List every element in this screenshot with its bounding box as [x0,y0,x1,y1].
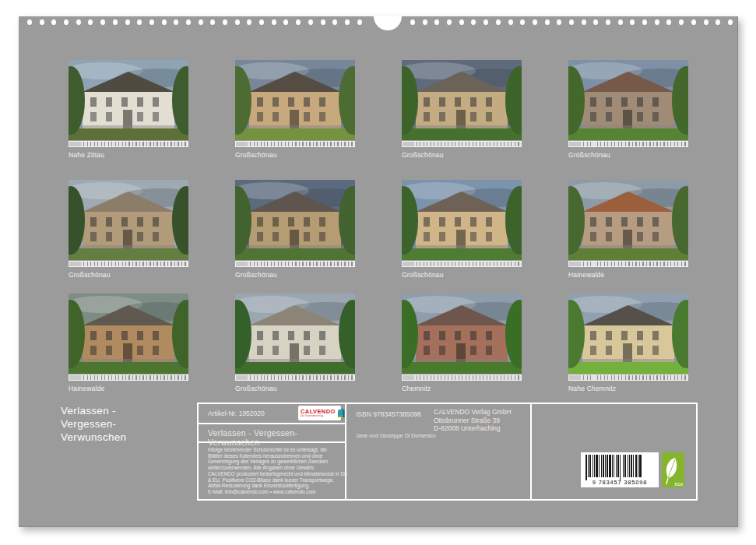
binding-hole [569,19,574,25]
info-box-middle-column: ISBN 9783457385098 CALVENDO Verlag GmbHO… [346,404,532,499]
binding-hole [272,19,276,25]
binding-hole [545,19,550,25]
thumbnail-caption: Großschönau [402,271,522,279]
legal-text: Infolge bestehender Schutzrechte ist es … [199,443,345,499]
binding-hole [447,19,452,25]
binding-hole [247,19,251,25]
month-photo [402,180,522,260]
info-box-left-column: Artikel-Nr. 1952020 CALVENDO Der Kalende… [199,404,346,499]
binding-hole [162,19,167,25]
binding-hole [51,19,56,25]
thumbnail-caption: Großschönau [235,271,355,279]
page-title: Verlassen -Vergessen-Verwunschen [61,404,126,444]
mini-calendar-strip [568,261,688,267]
thumbnail-caption: Großschönau [235,385,355,392]
calvendo-book-icon [337,408,345,418]
product-info-box: Artikel-Nr. 1952020 CALVENDO Der Kalende… [197,403,698,501]
binding-holes-right [410,19,733,25]
mini-calendar-strip [69,374,188,381]
binding-hole [149,19,154,25]
binding-hole [618,19,623,25]
binding-hole [728,19,733,25]
thumbnail-caption: Nahe Zittau [69,151,188,159]
binding-hole [137,19,142,25]
ean-barcode: 9 783457 385098 [581,452,659,487]
binding-hole [88,19,93,25]
calendar-month-thumbnail: Nahe Chemnitz [568,294,688,392]
binding-hole [259,19,264,25]
mini-calendar-strip [235,141,355,147]
binding-hole [679,19,684,25]
calendar-month-thumbnail: Großschönau [402,60,522,159]
isbn: ISBN 9783457385098 [356,410,421,418]
publisher-address: CALVENDO Verlag GmbHOttobrunner Straße 3… [434,408,512,433]
binding-hole [27,19,32,25]
month-photo [69,60,188,140]
binding-hole [704,19,709,25]
binding-hole [76,19,81,25]
thumbnail-caption: Hainewalde [69,385,188,392]
mini-calendar-strip [235,261,355,267]
hanger-notch [374,16,402,30]
binding-hole [459,19,464,25]
article-number: Artikel-Nr. 1952020 [208,410,265,417]
binding-hole [332,19,337,25]
binding-hole [483,19,488,25]
binding-hole [691,19,696,25]
binding-hole [593,19,598,25]
calendar-month-thumbnail: Chemnitz [402,294,522,392]
mini-calendar-strip [568,374,688,381]
month-photo [235,180,355,260]
binding-hole [235,19,240,25]
binding-hole [64,19,69,25]
thumbnail-caption: Chemnitz [402,385,522,392]
binding-hole [186,19,191,25]
thumbnail-caption: Großschönau [402,151,522,159]
binding-hole [642,19,647,25]
binding-hole [471,19,476,25]
calendar-month-thumbnail: Großschönau [235,294,355,392]
binding-hole [283,19,288,25]
thumbnail-caption: Hainewalde [568,271,688,279]
binding-hole [434,19,439,25]
mini-calendar-strip [402,374,522,381]
binding-hole [630,19,635,25]
thumbnail-caption: Großschönau [235,151,355,159]
thumbnail-caption: Großschönau [69,271,188,279]
binding-hole [655,19,659,25]
mini-calendar-strip [568,141,688,147]
binding-hole [308,19,313,25]
calvendo-logo-tagline: Der Kalenderverlag [301,415,336,417]
binding-hole [533,19,537,25]
eco-label: eco [675,481,683,487]
binding-hole [174,19,178,25]
binding-hole [40,19,44,25]
author: Jane und Giuseppe Di Domenico [356,433,436,438]
binding-hole [199,19,203,25]
binding-hole [357,19,362,25]
binding-holes-left [27,19,362,25]
binding-hole [296,19,301,25]
month-photo [69,294,188,374]
month-photo [568,180,688,260]
eco-badge: eco [662,452,684,487]
thumbnail-caption: Nahe Chemnitz [568,385,688,392]
article-number-cell: Artikel-Nr. 1952020 CALVENDO Der Kalende… [199,404,345,424]
binding-hole [410,19,415,25]
binding-hole [606,19,610,25]
barcode-digits: 9 783457 385098 [581,479,659,486]
mini-calendar-strip [402,141,522,147]
month-photo [235,60,355,140]
calendar-month-thumbnail: Großschönau [69,180,188,279]
binding-hole [113,19,118,25]
calendar-month-thumbnail: Großschönau [402,180,522,279]
mini-calendar-strip [69,141,188,147]
mini-calendar-strip [402,261,522,267]
month-photo [568,60,688,140]
binding-hole [496,19,501,25]
calvendo-logo: CALVENDO Der Kalenderverlag [298,406,341,420]
month-photo [69,180,188,260]
binding-hole [321,19,325,25]
thumbnail-caption: Größschönau [568,151,688,159]
binding-hole [423,19,427,25]
